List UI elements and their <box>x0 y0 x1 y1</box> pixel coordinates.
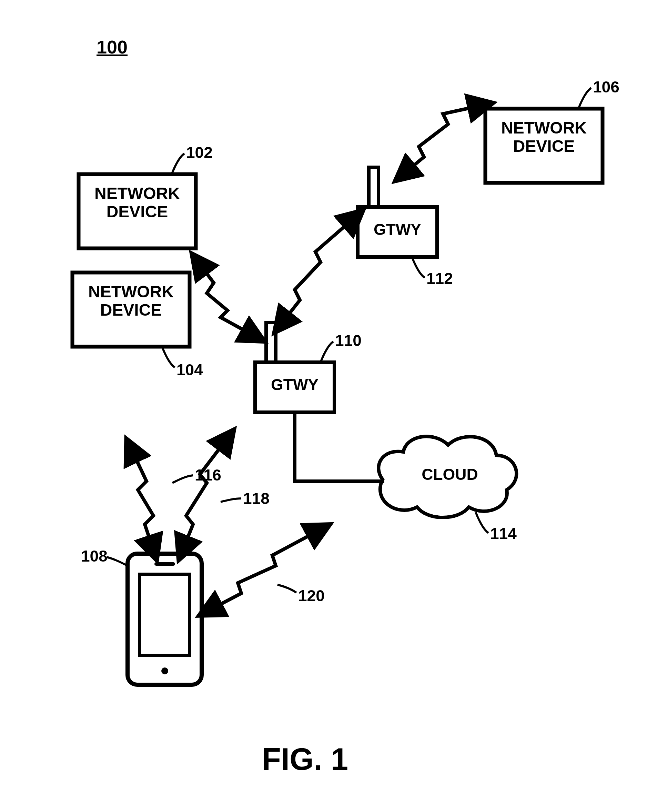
ref-114: 114 <box>490 524 517 543</box>
network-device-106-label: NETWORK DEVICE <box>485 119 603 156</box>
ref-102: 102 <box>186 143 213 162</box>
svg-rect-10 <box>154 562 175 566</box>
svg-rect-4 <box>369 167 379 207</box>
ref-118: 118 <box>243 489 269 508</box>
figure-title: FIG. 1 <box>262 742 348 777</box>
gateway-112-label: GTWY <box>358 221 437 238</box>
ref-112: 112 <box>426 269 453 288</box>
network-device-102-label: NETWORK DEVICE <box>79 185 196 221</box>
svg-point-9 <box>161 667 168 675</box>
ref-106: 106 <box>593 78 620 96</box>
ref-116: 116 <box>195 466 221 484</box>
ref-110: 110 <box>335 331 362 350</box>
svg-rect-8 <box>140 574 190 655</box>
ref-104: 104 <box>177 360 203 379</box>
figure-page: 100 <box>0 0 647 812</box>
ref-108: 108 <box>81 547 108 565</box>
ref-120: 120 <box>298 586 325 605</box>
network-device-104-label: NETWORK DEVICE <box>72 283 190 319</box>
cloud-label: CLOUD <box>403 466 496 483</box>
svg-rect-6 <box>266 322 276 362</box>
gateway-110-label: GTWY <box>255 376 334 394</box>
